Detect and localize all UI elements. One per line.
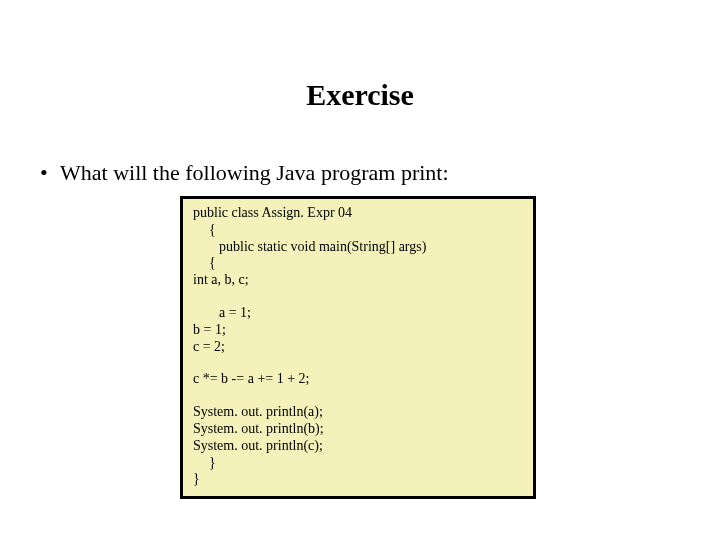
blank-line bbox=[193, 388, 523, 404]
code-line: System. out. println(a); bbox=[193, 404, 523, 421]
blank-line bbox=[193, 355, 523, 371]
code-block: public class Assign. Expr 04 { public st… bbox=[180, 196, 536, 499]
code-line: { bbox=[193, 222, 523, 239]
page-title: Exercise bbox=[0, 78, 720, 112]
code-line: System. out. println(c); bbox=[193, 438, 523, 455]
code-line: { bbox=[193, 255, 523, 272]
slide: Exercise • What will the following Java … bbox=[0, 0, 720, 540]
code-line: c = 2; bbox=[193, 339, 523, 356]
code-line: public class Assign. Expr 04 bbox=[193, 205, 523, 222]
code-line: int a, b, c; bbox=[193, 272, 523, 289]
code-line: public static void main(String[] args) bbox=[193, 239, 523, 256]
code-line: System. out. println(b); bbox=[193, 421, 523, 438]
code-line: } bbox=[193, 455, 523, 472]
code-line: c *= b -= a += 1 + 2; bbox=[193, 371, 523, 388]
code-line: b = 1; bbox=[193, 322, 523, 339]
code-line: } bbox=[193, 471, 523, 488]
bullet-text: What will the following Java program pri… bbox=[60, 160, 449, 186]
bullet-item: • What will the following Java program p… bbox=[40, 160, 449, 186]
bullet-dot: • bbox=[40, 160, 60, 186]
blank-line bbox=[193, 289, 523, 305]
code-line: a = 1; bbox=[193, 305, 523, 322]
